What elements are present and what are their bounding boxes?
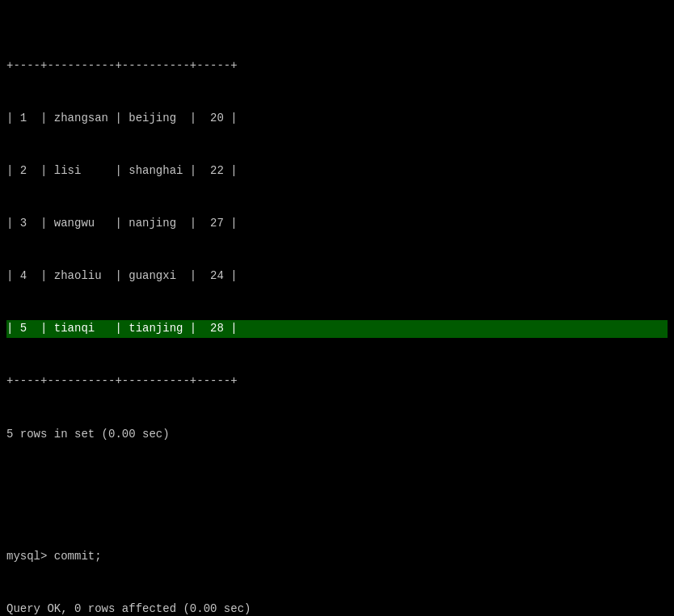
table-row: | 2 | lisi | shanghai | 22 |	[6, 162, 668, 180]
table-row: | 1 | zhangsan | beijing | 20 |	[6, 110, 668, 128]
command-commit: mysql> commit;	[6, 548, 668, 566]
rows-info: 5 rows in set (0.00 sec)	[6, 426, 668, 444]
table-row: | 4 | zhaoliu | guangxi | 24 |	[6, 268, 668, 285]
table-row: | 3 | wangwu | nanjing | 27 |	[6, 215, 668, 233]
query-ok-1: Query OK, 0 rows affected (0.00 sec)	[6, 601, 668, 616]
terminal-window: +----+----------+----------+-----+ | 1 |…	[0, 0, 674, 616]
table-line: +----+----------+----------+-----+	[6, 373, 668, 390]
table-line: +----+----------+----------+-----+	[6, 57, 668, 75]
table-row-highlight: | 5 | tianqi | tianjing | 28 |	[6, 320, 668, 338]
